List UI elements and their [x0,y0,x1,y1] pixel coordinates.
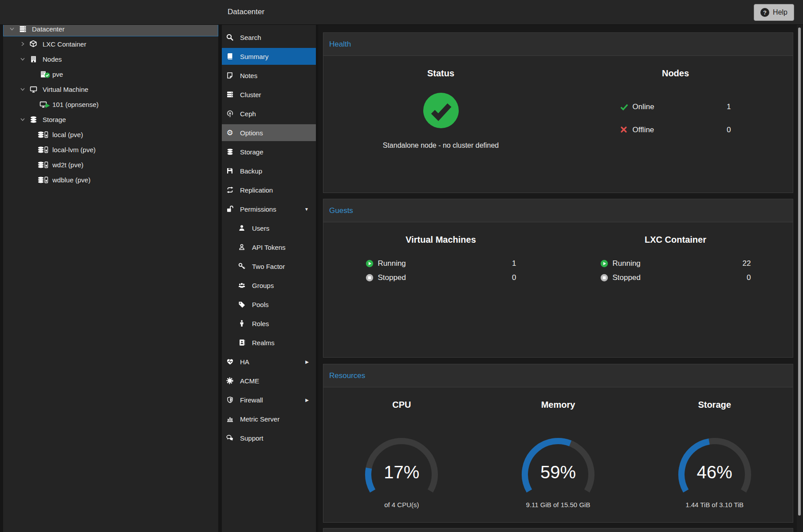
nav-item-label: Users [252,225,269,232]
tree-item-storage[interactable]: Storage [3,112,218,127]
tree-item-label: 101 (opnsense) [52,101,98,108]
expander-right-icon[interactable] [20,41,28,47]
nav-item-summary[interactable]: Summary [222,48,316,65]
tree-item-pve[interactable]: pve [3,67,218,82]
storage-header: Storage [636,400,793,410]
nav-item-replication[interactable]: Replication [222,181,316,198]
lxc-running-value: 22 [743,259,751,268]
nav-item-support[interactable]: Support [222,430,316,446]
nav-item-notes[interactable]: Notes [222,67,316,84]
nav-item-roles[interactable]: Roles [222,315,316,332]
play-badge [45,102,50,110]
seal-icon [225,377,234,384]
vm-stopped-row: Stopped 0 [366,272,516,283]
database-icon [225,148,234,155]
nav-item-options[interactable]: ⚙ Options [222,124,316,141]
expander-down-icon[interactable] [20,56,28,62]
next-panel-header [323,528,793,532]
nav-item-label: Backup [240,167,262,175]
cpu-gauge: 17% [364,437,439,497]
lxc-running-row: Running 22 [600,258,751,269]
tree-item-nodes[interactable]: Nodes [3,51,218,67]
tree-item-storage-local-lvm[interactable]: local-lvm (pve) [3,142,218,157]
user-outline-icon [237,244,246,251]
cross-icon [620,126,628,134]
nav-item-search[interactable]: Search [222,29,316,46]
note-icon [225,72,234,79]
user-icon [237,225,246,232]
search-icon [225,34,234,41]
nav-item-groups[interactable]: Groups [222,277,316,294]
expander-down-icon[interactable] [20,117,28,122]
caret-right-icon: ▶ [305,398,309,402]
tree-item-storage-wdblue[interactable]: wdblue (pve) [3,172,218,187]
help-button[interactable]: ? Help [754,4,794,21]
resources-panel-title: Resources [323,364,793,387]
nav-item-cluster[interactable]: Cluster [222,86,316,103]
resource-tree-panel: Folder View ⚙ Datacenter LXC Container N… [3,0,218,532]
nav-item-label: Search [240,34,261,41]
cpu-header: CPU [323,400,480,410]
shield-icon [225,396,234,403]
nav-item-users[interactable]: Users [222,220,316,236]
nav-item-backup[interactable]: Backup [222,162,316,179]
expander-down-icon[interactable] [20,87,28,92]
nav-item-label: Groups [252,282,274,289]
nav-item-ha[interactable]: HA ▶ [222,353,316,370]
tree-item-vm-101[interactable]: 101 (opnsense) [3,97,218,112]
nav-item-pools[interactable]: Pools [222,296,316,313]
floppy-icon [225,167,234,174]
tree-item-storage-local[interactable]: local (pve) [3,127,218,142]
online-value: 1 [727,102,731,111]
nav-item-label: API Tokens [252,244,286,251]
lxc-header: LXC Container [558,235,793,245]
nav-item-metric-server[interactable]: Metric Server [222,410,316,427]
title-bar: Datacenter ? Help [0,0,803,25]
users-group-icon [237,282,246,289]
check-circle-icon [422,92,460,131]
ceph-icon [225,110,234,118]
bar-chart-icon [225,415,234,422]
tag-icon [237,301,246,308]
expander-down-icon[interactable] [9,26,17,32]
storage-percent: 46% [677,462,752,482]
resources-panel: Resources CPU 17% of 4 CPU(s) Memory [323,364,793,523]
vm-stopped-value: 0 [512,273,516,282]
tree-item-storage-wd2t[interactable]: wd2t (pve) [3,157,218,172]
storage-volume-icon [38,131,48,138]
tree-item-label: Nodes [43,55,62,63]
nav-item-api-tokens[interactable]: API Tokens [222,239,316,256]
nav-item-acme[interactable]: ACME [222,372,316,389]
window-left-edge [0,0,3,532]
memory-gauge: 59% [520,437,596,497]
nav-item-realms[interactable]: Realms [222,334,316,351]
nav-item-label: Replication [240,186,273,194]
nav-item-firewall[interactable]: Firewall ▶ [222,391,316,408]
next-panel-edge [323,528,793,532]
summary-content: Health Status Standalone node - no clust… [318,25,797,532]
nav-item-label: HA [240,358,249,366]
nav-item-permissions[interactable]: Permissions ▼ [222,201,316,217]
nav-item-two-factor[interactable]: Two Factor [222,258,316,275]
nav-item-ceph[interactable]: Ceph [222,105,316,122]
running-label: Running [613,259,641,268]
stopped-label: Stopped [378,273,406,282]
tree-item-label: Datacenter [32,25,64,33]
health-panel-title: Health [323,33,793,56]
datacenter-nav: Search Summary Notes Cluster Ceph ⚙ Opti… [222,25,316,532]
nav-item-label: Summary [240,53,268,60]
tree-item-lxc-container[interactable]: LXC Container [3,36,218,51]
cpu-percent: 17% [364,462,439,482]
scrollbar-thumb[interactable] [798,28,801,516]
cpu-detail: of 4 CPU(s) [323,501,480,508]
cube-icon [28,40,39,48]
nav-item-storage[interactable]: Storage [222,143,316,160]
storage-volume-icon [38,146,48,154]
tree-item-virtual-machine[interactable]: Virtual Machine [3,82,218,97]
stop-circle-icon [600,274,608,282]
nodes-online-row: Online 1 [620,101,731,113]
tree-item-label: pve [52,71,63,78]
health-panel: Health Status Standalone node - no clust… [323,32,793,193]
content-scrollbar[interactable] [797,25,803,532]
nav-item-label: Two Factor [252,263,285,270]
